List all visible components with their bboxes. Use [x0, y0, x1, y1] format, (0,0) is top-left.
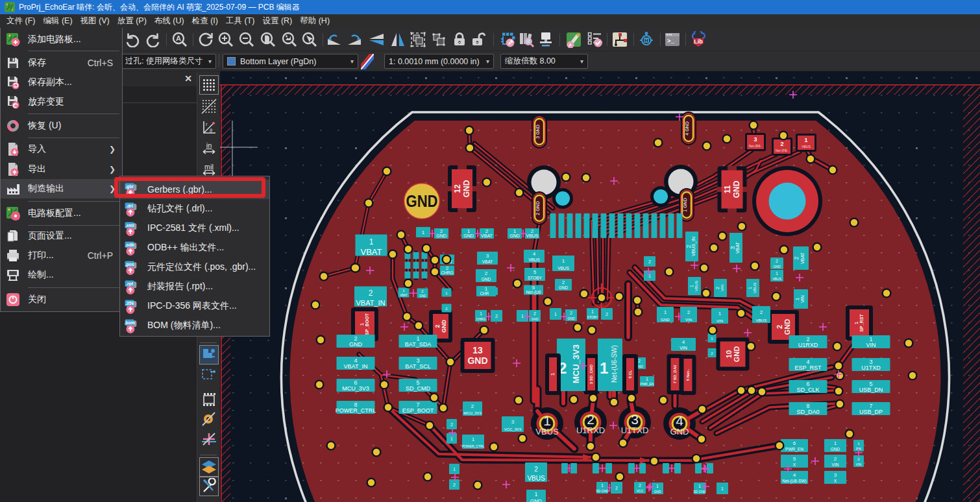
svg-text:ESP_BOOT: ESP_BOOT: [402, 407, 434, 414]
svg-text:GND: GND: [349, 341, 363, 348]
svg-text:1: 1: [601, 483, 604, 488]
svg-text:VBAT: VBAT: [361, 247, 382, 257]
svg-text:1: 1: [698, 484, 701, 488]
svg-text:GND: GND: [733, 346, 741, 363]
svg-text:GND: GND: [406, 193, 438, 211]
svg-text:.bom: .bom: [125, 320, 135, 324]
svg-text:2: 2: [648, 259, 651, 264]
svg-text:SP_RST: SP_RST: [859, 314, 864, 332]
svg-text:GND: GND: [463, 233, 474, 238]
svg-text:VIN: VIN: [720, 285, 724, 291]
svg-text:2: 2: [534, 466, 538, 473]
svg-text:1: 1: [422, 230, 425, 235]
svg-text:X: X: [793, 462, 796, 467]
svg-text:VIN: VIN: [680, 346, 687, 350]
svg-text:VBUS: VBUS: [527, 475, 545, 482]
svg-text:2: 2: [606, 312, 608, 317]
svg-text:Lib: Lib: [694, 38, 703, 45]
svg-text:STOBY: STOBY: [587, 315, 599, 319]
svg-text:1: 1: [472, 436, 475, 442]
svg-text:1: 1: [834, 440, 837, 446]
svg-text:VIN: VIN: [685, 318, 692, 322]
svg-text:USB_DN: USB_DN: [859, 387, 883, 393]
svg-text:2: 2: [369, 289, 373, 298]
svg-text:U1RXD: U1RXD: [576, 425, 605, 435]
svg-text:2: 2: [715, 287, 720, 289]
svg-text:VBUS: VBUS: [802, 145, 811, 149]
svg-text:7 SD_DA0: 7 SD_DA0: [673, 365, 677, 383]
svg-text:SD_DA0: SD_DA0: [796, 409, 819, 415]
svg-text:2: 2: [780, 141, 783, 147]
svg-text:VBAT: VBAT: [482, 259, 493, 264]
svg-text:1: 1: [450, 436, 453, 441]
svg-text:.drl: .drl: [126, 203, 133, 208]
svg-text:VIN: VIN: [856, 462, 862, 466]
svg-text:1: 1: [453, 467, 456, 472]
svg-text:GND: GND: [467, 355, 487, 366]
svg-text:VIN: VIN: [717, 319, 723, 323]
svg-text:U1TXD: U1TXD: [861, 365, 881, 371]
svg-text:GND: GND: [567, 317, 575, 320]
svg-text:1: 1: [721, 486, 724, 491]
svg-text:GND: GND: [436, 233, 447, 238]
svg-text:.odb: .odb: [125, 242, 134, 246]
svg-text:GND: GND: [482, 277, 491, 281]
svg-text:5 Net-.: 5 Net-.: [686, 369, 690, 381]
svg-text:1: 1: [718, 311, 722, 317]
svg-text:1: 1: [600, 359, 608, 377]
svg-text:PMR_EN: PMR_EN: [641, 382, 654, 386]
svg-text:GND: GND: [462, 180, 471, 197]
svg-text:SD_CLK: SD_CLK: [796, 387, 819, 393]
svg-text:VIN: VIN: [800, 295, 805, 303]
svg-text:MCU_3V3: MCU_3V3: [571, 344, 581, 383]
svg-text:2: 2: [760, 309, 763, 315]
svg-text:4: 4: [533, 251, 536, 257]
svg-text:POWER_CTRL: POWER_CTRL: [336, 407, 376, 414]
svg-text:U1TXD: U1TXD: [621, 425, 649, 435]
svg-text:3: 3: [486, 253, 489, 259]
svg-text:Net-(U6: Net-(U6: [526, 290, 541, 295]
svg-text:2: 2: [450, 422, 453, 427]
svg-text:Net-(U6-SW): Net-(U6-SW): [782, 479, 807, 484]
svg-text:Net-(FB-.: Net-(FB-.: [776, 149, 789, 152]
svg-text:STOBY: STOBY: [528, 276, 543, 280]
svg-text:θ: θ: [210, 128, 212, 134]
svg-text:GND: GND: [831, 447, 840, 451]
svg-text:1 GND: 1 GND: [683, 198, 687, 211]
svg-text:2: 2: [434, 324, 441, 328]
svg-text:2: 2: [793, 256, 800, 259]
svg-text:1: 1: [748, 287, 752, 289]
svg-text:mil: mil: [204, 163, 214, 171]
svg-text:BAT_SCL: BAT_SCL: [405, 363, 430, 370]
svg-text:2: 2: [687, 309, 691, 315]
svg-text:VBUS: VBUS: [694, 281, 698, 291]
svg-text:.pos: .pos: [125, 261, 134, 267]
svg-text:10: 10: [725, 350, 733, 358]
svg-text:VBAT_IN: VBAT_IN: [344, 363, 368, 370]
svg-text:2: 2: [639, 483, 641, 488]
svg-text:11: 11: [723, 185, 732, 193]
svg-text:2 GND: 2 GND: [535, 201, 540, 215]
svg-text:VBUS: VBUS: [756, 318, 766, 322]
svg-text:1: 1: [591, 309, 594, 314]
svg-text:.rpt: .rpt: [126, 281, 134, 286]
svg-text:2: 2: [533, 311, 536, 316]
svg-text:2: 2: [638, 359, 641, 363]
svg-text:5: 5: [533, 269, 537, 275]
svg-text:GND: GND: [773, 265, 781, 269]
svg-text:BAT_SDA: BAT_SDA: [405, 341, 431, 348]
svg-text:POWER_CTRL: POWER_CTRL: [462, 444, 485, 448]
svg-text:VBUS: VBUS: [772, 277, 781, 281]
svg-text:in: in: [206, 141, 212, 149]
svg-text:VIN: VIN: [866, 342, 876, 348]
svg-text:VBUS: VBUS: [535, 427, 559, 436]
svg-text:VBAT: VBAT: [800, 252, 805, 263]
svg-text:4: 4: [793, 472, 796, 478]
svg-text:3: 3: [834, 472, 837, 478]
svg-text:VBAT: VBAT: [400, 294, 408, 297]
svg-text:GND: GND: [531, 317, 539, 321]
svg-text:GND: GND: [670, 427, 689, 436]
svg-text:>_: >_: [667, 38, 674, 45]
svg-text:H: H: [644, 38, 648, 43]
svg-text:1: 1: [554, 312, 557, 317]
